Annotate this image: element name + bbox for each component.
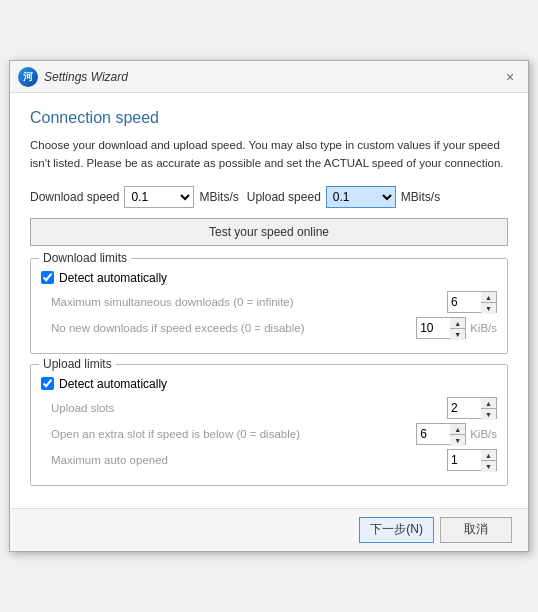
download-unit-label: MBits/s [199, 190, 238, 204]
max-downloads-down-button[interactable]: ▼ [481, 302, 496, 314]
upload-speed-label: Upload speed [247, 190, 321, 204]
max-auto-row: Maximum auto opened ▲ ▼ [41, 449, 497, 471]
upload-slots-up-button[interactable]: ▲ [481, 398, 496, 409]
no-new-downloads-down-button[interactable]: ▼ [450, 328, 465, 340]
extra-slot-label: Open an extra slot if speed is below (0 … [51, 428, 416, 440]
download-speed-label: Download speed [30, 190, 119, 204]
no-new-downloads-field-right: ▲ ▼ KiB/s [416, 317, 497, 339]
upload-detect-auto-label: Detect automatically [59, 377, 167, 391]
download-limits-group: Download limits Detect automatically Max… [30, 258, 508, 354]
no-new-downloads-input[interactable] [417, 318, 452, 338]
main-window: 河 Settings Wizard × Connection speed Cho… [9, 60, 529, 552]
max-downloads-row: Maximum simultaneous downloads (0 = infi… [41, 291, 497, 313]
page-title: Connection speed [30, 109, 508, 127]
next-button[interactable]: 下一步(N) [359, 517, 434, 543]
upload-detect-auto-row: Detect automatically [41, 377, 497, 391]
footer: 下一步(N) 取消 [10, 508, 528, 551]
download-detect-auto-row: Detect automatically [41, 271, 497, 285]
cancel-button[interactable]: 取消 [440, 517, 512, 543]
title-bar: 河 Settings Wizard × [10, 61, 528, 93]
download-speed-select[interactable]: 0.10.512 5102050100 [124, 186, 194, 208]
extra-slot-spinner: ▲ ▼ [416, 423, 466, 445]
max-downloads-input[interactable] [448, 292, 483, 312]
upload-slots-down-button[interactable]: ▼ [481, 408, 496, 420]
content-area: Connection speed Choose your download an… [10, 93, 528, 508]
upload-slots-row: Upload slots ▲ ▼ [41, 397, 497, 419]
max-auto-label: Maximum auto opened [51, 454, 447, 466]
extra-slot-down-button[interactable]: ▼ [450, 434, 465, 446]
extra-slot-spinner-buttons: ▲ ▼ [450, 424, 465, 446]
close-button[interactable]: × [500, 67, 520, 87]
max-auto-down-button[interactable]: ▼ [481, 460, 496, 472]
no-new-downloads-label: No new downloads if speed exceeds (0 = d… [51, 322, 416, 334]
upload-slots-input[interactable] [448, 398, 483, 418]
max-downloads-up-button[interactable]: ▲ [481, 292, 496, 303]
upload-unit-label: MBits/s [401, 190, 440, 204]
max-auto-spinner: ▲ ▼ [447, 449, 497, 471]
extra-slot-up-button[interactable]: ▲ [450, 424, 465, 435]
upload-speed-group: Upload speed 0.10.512 5102050100 MBits/s [247, 186, 440, 208]
test-speed-button[interactable]: Test your speed online [30, 218, 508, 246]
extra-slot-unit: KiB/s [470, 428, 497, 440]
max-auto-up-button[interactable]: ▲ [481, 450, 496, 461]
no-new-downloads-spinner-buttons: ▲ ▼ [450, 318, 465, 340]
download-limits-title: Download limits [39, 251, 131, 265]
max-downloads-spinner-buttons: ▲ ▼ [481, 292, 496, 314]
no-new-downloads-unit: KiB/s [470, 322, 497, 334]
upload-slots-field-right: ▲ ▼ [447, 397, 497, 419]
max-auto-input[interactable] [448, 450, 483, 470]
download-detect-auto-checkbox[interactable] [41, 271, 54, 284]
extra-slot-row: Open an extra slot if speed is below (0 … [41, 423, 497, 445]
no-new-downloads-spinner: ▲ ▼ [416, 317, 466, 339]
description-text: Choose your download and upload speed. Y… [30, 137, 508, 172]
no-new-downloads-row: No new downloads if speed exceeds (0 = d… [41, 317, 497, 339]
upload-detect-auto-checkbox[interactable] [41, 377, 54, 390]
no-new-downloads-up-button[interactable]: ▲ [450, 318, 465, 329]
download-detect-auto-label: Detect automatically [59, 271, 167, 285]
title-bar-left: 河 Settings Wizard [18, 67, 128, 87]
upload-slots-label: Upload slots [51, 402, 447, 414]
upload-slots-spinner: ▲ ▼ [447, 397, 497, 419]
extra-slot-input[interactable] [417, 424, 452, 444]
max-downloads-spinner: ▲ ▼ [447, 291, 497, 313]
app-icon: 河 [18, 67, 38, 87]
upload-limits-group: Upload limits Detect automatically Uploa… [30, 364, 508, 486]
download-speed-group: Download speed 0.10.512 5102050100 MBits… [30, 186, 239, 208]
window-title: Settings Wizard [44, 70, 128, 84]
max-downloads-field-right: ▲ ▼ [447, 291, 497, 313]
max-auto-spinner-buttons: ▲ ▼ [481, 450, 496, 472]
max-auto-field-right: ▲ ▼ [447, 449, 497, 471]
speed-row: Download speed 0.10.512 5102050100 MBits… [30, 186, 508, 208]
upload-limits-title: Upload limits [39, 357, 116, 371]
upload-slots-spinner-buttons: ▲ ▼ [481, 398, 496, 420]
max-downloads-label: Maximum simultaneous downloads (0 = infi… [51, 296, 447, 308]
upload-speed-select[interactable]: 0.10.512 5102050100 [326, 186, 396, 208]
extra-slot-field-right: ▲ ▼ KiB/s [416, 423, 497, 445]
